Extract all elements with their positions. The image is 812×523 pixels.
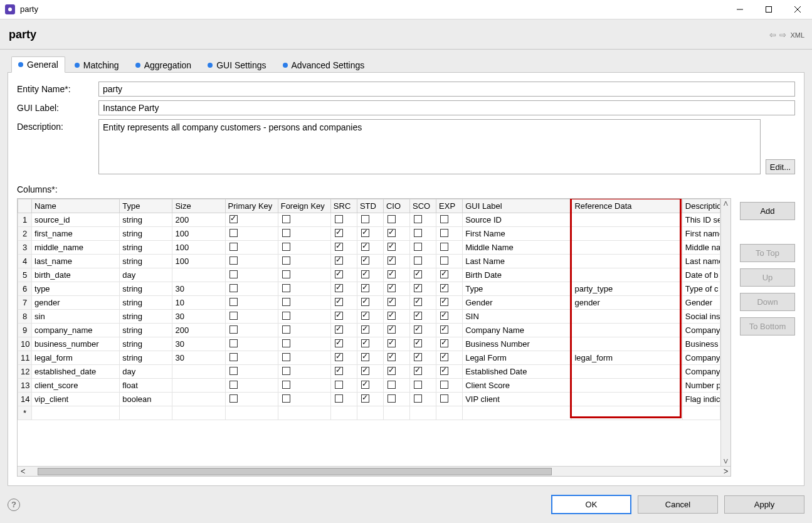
cell-foreign-key-checkbox[interactable] xyxy=(282,284,290,292)
cell-size[interactable]: 200 xyxy=(172,324,225,337)
cell-exp-checkbox[interactable] xyxy=(440,256,448,265)
cell-type[interactable]: string xyxy=(120,310,172,324)
cell-size[interactable] xyxy=(172,365,225,379)
cell-reference-data[interactable] xyxy=(572,255,682,268)
cell-sco-checkbox[interactable] xyxy=(414,284,422,292)
cell-reference-data[interactable] xyxy=(572,227,682,241)
col-header-index[interactable] xyxy=(18,199,32,213)
cell-size[interactable] xyxy=(172,268,225,282)
col-header-sco[interactable]: SCO xyxy=(410,199,436,213)
cell-type[interactable]: string xyxy=(120,227,172,241)
cell-sco-checkbox[interactable] xyxy=(414,298,422,306)
cell-primary-key-checkbox[interactable] xyxy=(229,367,238,375)
cell-type[interactable]: string xyxy=(120,282,172,296)
cell-src-checkbox[interactable] xyxy=(335,229,343,237)
add-button[interactable]: Add xyxy=(740,202,795,220)
cell-name[interactable]: middle_name xyxy=(32,241,120,255)
cell-cio-checkbox[interactable] xyxy=(388,339,396,347)
table-row[interactable]: 9company_namestring200Company NameCompan… xyxy=(18,324,720,337)
cell-type[interactable]: string xyxy=(120,255,172,268)
cell-foreign-key-checkbox[interactable] xyxy=(282,215,290,223)
cell-std-checkbox[interactable] xyxy=(361,270,369,278)
cell-cio-checkbox[interactable] xyxy=(388,256,396,265)
cell-std-checkbox[interactable] xyxy=(361,325,369,334)
cell-std-checkbox[interactable] xyxy=(361,284,369,292)
cell-cio-checkbox[interactable] xyxy=(388,284,396,292)
cell-type[interactable]: day xyxy=(120,268,172,282)
cell-gui-label[interactable]: VIP client xyxy=(463,393,572,406)
ok-button[interactable]: OK xyxy=(551,495,631,514)
cell-description[interactable]: Date of b xyxy=(682,268,720,282)
cell-foreign-key-checkbox[interactable] xyxy=(282,353,290,361)
cell-src-checkbox[interactable] xyxy=(335,270,343,278)
col-header-cio[interactable]: CIO xyxy=(383,199,409,213)
cell-gui-label[interactable]: Gender xyxy=(463,296,572,310)
cell-std-checkbox[interactable] xyxy=(361,367,369,375)
cell-size[interactable]: 100 xyxy=(172,241,225,255)
cell-gui-label[interactable]: Middle Name xyxy=(463,241,572,255)
cell-size[interactable]: 100 xyxy=(172,227,225,241)
cell-cio-checkbox[interactable] xyxy=(388,381,396,389)
horizontal-scrollbar[interactable]: ᐸ ᐳ xyxy=(18,466,730,476)
cell-primary-key-checkbox[interactable] xyxy=(229,339,238,347)
col-header-reference-data[interactable]: Reference Data xyxy=(572,199,682,213)
cell-reference-data[interactable] xyxy=(572,337,682,351)
cell-foreign-key-checkbox[interactable] xyxy=(282,298,290,306)
cell-description[interactable]: Social ins xyxy=(682,310,720,324)
cell-gui-label[interactable]: Legal Form xyxy=(463,351,572,365)
down-button[interactable]: Down xyxy=(740,293,795,311)
cell-reference-data[interactable] xyxy=(572,310,682,324)
cell-reference-data[interactable]: legal_form xyxy=(572,351,682,365)
cell-primary-key-checkbox[interactable] xyxy=(229,284,238,292)
cell-primary-key-checkbox[interactable] xyxy=(229,381,238,389)
cell-src-checkbox[interactable] xyxy=(335,312,343,320)
cell-primary-key-checkbox[interactable] xyxy=(229,325,238,334)
cell-std-checkbox[interactable] xyxy=(361,339,369,347)
cell-description[interactable]: Type of c xyxy=(682,282,720,296)
cell-cio-checkbox[interactable] xyxy=(388,394,396,403)
cell-name[interactable]: business_number xyxy=(32,337,120,351)
cell-type[interactable]: day xyxy=(120,365,172,379)
cell-src-checkbox[interactable] xyxy=(335,215,343,223)
cell-size[interactable]: 10 xyxy=(172,296,225,310)
cell-src-checkbox[interactable] xyxy=(335,353,343,361)
cell-sco-checkbox[interactable] xyxy=(414,312,422,320)
cell-foreign-key-checkbox[interactable] xyxy=(282,243,290,251)
cell-description[interactable]: Business xyxy=(682,337,720,351)
cell-size[interactable]: 30 xyxy=(172,282,225,296)
cell-sco-checkbox[interactable] xyxy=(414,325,422,334)
entity-name-input[interactable] xyxy=(98,82,795,97)
table-row[interactable]: 12established_datedayEstablished DateCom… xyxy=(18,365,720,379)
cell-exp-checkbox[interactable] xyxy=(440,229,448,237)
up-button[interactable]: Up xyxy=(740,268,795,287)
cell-type[interactable]: boolean xyxy=(120,393,172,406)
cell-type[interactable]: string xyxy=(120,296,172,310)
cell-foreign-key-checkbox[interactable] xyxy=(282,381,290,389)
cell-reference-data[interactable] xyxy=(572,241,682,255)
cell-cio-checkbox[interactable] xyxy=(388,243,396,251)
cell-sco-checkbox[interactable] xyxy=(414,394,422,403)
cell-name[interactable]: vip_client xyxy=(32,393,120,406)
cell-gui-label[interactable]: Source ID xyxy=(463,213,572,227)
cell-gui-label[interactable]: Client Score xyxy=(463,379,572,393)
tab-gui-settings[interactable]: GUI Settings xyxy=(201,56,273,73)
table-row[interactable]: 7genderstring10GendergenderGender xyxy=(18,296,720,310)
cell-foreign-key-checkbox[interactable] xyxy=(282,312,290,320)
cell-std-checkbox[interactable] xyxy=(361,215,369,223)
to-bottom-button[interactable]: To Bottom xyxy=(740,317,795,335)
cell-gui-label[interactable]: SIN xyxy=(463,310,572,324)
cell-primary-key-checkbox[interactable] xyxy=(229,353,238,361)
cell-sco-checkbox[interactable] xyxy=(414,215,422,223)
table-row[interactable]: 13client_scorefloatClient ScoreNumber p xyxy=(18,379,720,393)
cell-name[interactable]: birth_date xyxy=(32,268,120,282)
scroll-thumb[interactable] xyxy=(38,468,552,475)
cell-exp-checkbox[interactable] xyxy=(440,284,448,292)
cell-primary-key-checkbox[interactable] xyxy=(229,394,238,403)
cell-foreign-key-checkbox[interactable] xyxy=(282,229,290,237)
cell-exp-checkbox[interactable] xyxy=(440,339,448,347)
table-row[interactable]: 1source_idstring200Source IDThis ID se xyxy=(18,213,720,227)
cell-cio-checkbox[interactable] xyxy=(388,298,396,306)
cell-size[interactable]: 30 xyxy=(172,351,225,365)
col-header-name[interactable]: Name xyxy=(32,199,120,213)
cell-sco-checkbox[interactable] xyxy=(414,353,422,361)
